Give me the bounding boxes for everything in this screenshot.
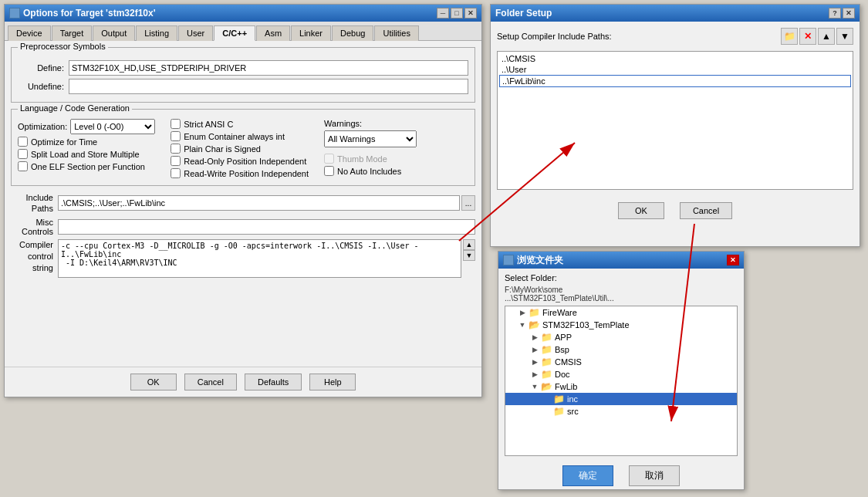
- tab-linker[interactable]: Linker: [291, 25, 331, 41]
- tree-item-doc[interactable]: ▶ 📁 Doc: [505, 368, 737, 380]
- read-write-checkbox[interactable]: [171, 168, 181, 178]
- folder-setup-titlebar: Folder Setup ? ✕: [491, 5, 860, 22]
- optimization-select[interactable]: Level 0 (-O0) Level 1 (-O1) Level 2 (-O2…: [70, 119, 155, 134]
- strict-ansi-label: Strict ANSI C: [184, 120, 233, 129]
- tree-item-src[interactable]: 📁 src: [505, 405, 737, 418]
- enum-container-checkbox[interactable]: [171, 131, 181, 141]
- setup-paths-list[interactable]: ..\CMSIS ..\User ..\FwLib\inc: [497, 51, 853, 190]
- thumb-mode-checkbox[interactable]: [324, 154, 334, 164]
- tree-toggle-cmsis[interactable]: ▶: [530, 357, 539, 367]
- tree-item-fwlib[interactable]: ▼ 📂 FwLib: [505, 380, 737, 393]
- tree-item-app[interactable]: ▶ 📁 APP: [505, 331, 737, 343]
- folder-icon-cmsis: 📁: [541, 357, 552, 367]
- close-button[interactable]: ✕: [464, 8, 477, 19]
- tree-toggle-app[interactable]: ▶: [530, 333, 539, 342]
- tree-item-template[interactable]: ▼ 📂 STM32F103_TemPlate: [505, 319, 737, 331]
- warnings-select[interactable]: All Warnings No Warnings: [324, 130, 417, 147]
- misc-input[interactable]: [58, 219, 475, 235]
- folder-setup-ok-button[interactable]: OK: [618, 202, 664, 219]
- setup-toolbar: 📁 ✕ ▲ ▼: [781, 28, 853, 45]
- tree-toggle-fwlib[interactable]: ▼: [530, 382, 539, 391]
- tab-cpp[interactable]: C/C++: [214, 25, 255, 41]
- tab-user[interactable]: User: [178, 25, 213, 41]
- include-browse-button[interactable]: ...: [461, 195, 475, 211]
- one-elf-checkbox[interactable]: [18, 161, 28, 171]
- setup-path-item-cmsis[interactable]: ..\CMSIS: [499, 53, 851, 64]
- tab-output[interactable]: Output: [93, 25, 135, 41]
- undefine-row: Undefine:: [18, 79, 468, 94]
- setup-path-item-user[interactable]: ..\User: [499, 64, 851, 75]
- tab-debug[interactable]: Debug: [332, 25, 373, 41]
- delete-path-button[interactable]: ✕: [799, 28, 816, 45]
- read-only-row: Read-Only Position Independent: [171, 156, 309, 166]
- folder-icon-doc: 📁: [541, 369, 552, 380]
- browse-confirm-button[interactable]: 确定: [562, 465, 613, 486]
- optimize-time-checkbox[interactable]: [18, 137, 28, 147]
- setup-header-row: Setup Compiler Include Paths: 📁 ✕ ▲ ▼: [497, 28, 853, 48]
- scroll-up-button[interactable]: ▲: [463, 239, 475, 250]
- tree-toggle-src[interactable]: [542, 407, 552, 416]
- tree-toggle-inc[interactable]: [542, 394, 552, 404]
- minimize-button[interactable]: ─: [437, 8, 449, 19]
- tree-toggle-doc[interactable]: ▶: [530, 370, 539, 379]
- folder-icon-fwlib: 📂: [541, 381, 552, 392]
- read-write-label: Read-Write Position Independent: [184, 169, 309, 178]
- strict-ansi-checkbox[interactable]: [171, 119, 181, 129]
- options-titlebar: Options for Target 'stm32f10x' ─ □ ✕: [5, 5, 481, 22]
- tree-item-inc[interactable]: 📁 inc: [505, 393, 737, 405]
- tree-toggle-firmware[interactable]: ▶: [518, 308, 527, 317]
- setup-path-item-fwlib[interactable]: ..\FwLib\inc: [499, 75, 851, 87]
- browse-titlebar-buttons[interactable]: ✕: [727, 255, 739, 265]
- tree-label-doc: Doc: [555, 370, 570, 379]
- tree-item-firmware[interactable]: ▶ 📁 FireWare: [505, 306, 737, 319]
- thumb-mode-label: Thumb Mode: [337, 154, 387, 164]
- folder-setup-titlebar-buttons[interactable]: ? ✕: [829, 8, 855, 19]
- folder-setup-close-button[interactable]: ✕: [843, 8, 855, 19]
- cancel-button[interactable]: Cancel: [184, 374, 237, 390]
- no-auto-includes-label: No Auto Includes: [337, 167, 401, 176]
- defaults-button[interactable]: Defaults: [245, 374, 302, 390]
- folder-icon-inc: 📁: [553, 394, 565, 404]
- tree-item-bsp[interactable]: ▶ 📁 Bsp: [505, 343, 737, 356]
- browse-cancel-button[interactable]: 取消: [629, 465, 680, 486]
- folder-setup-cancel-button[interactable]: Cancel: [680, 202, 732, 219]
- folder-icon-src: 📁: [553, 406, 565, 417]
- undefine-input[interactable]: [69, 79, 468, 94]
- compiler-textarea[interactable]: -c --cpu Cortex-M3 -D__MICROLIB -g -O0 -…: [58, 239, 461, 278]
- tab-asm[interactable]: Asm: [256, 25, 290, 41]
- compiler-label: Compilercontrolstring: [11, 239, 53, 275]
- plain-char-checkbox[interactable]: [171, 144, 181, 154]
- scroll-down-button[interactable]: ▼: [463, 250, 475, 261]
- browse-path: F:\MyWork\some...\STM32F103_TemPlate\Uti…: [505, 286, 738, 303]
- help-button[interactable]: Help: [309, 374, 356, 390]
- optimize-time-row: Optimize for Time: [18, 137, 155, 147]
- tab-target[interactable]: Target: [52, 25, 93, 41]
- move-path-up-button[interactable]: ▲: [818, 28, 835, 45]
- define-input[interactable]: [69, 60, 468, 76]
- no-auto-includes-checkbox[interactable]: [324, 166, 334, 176]
- maximize-button[interactable]: □: [451, 8, 463, 19]
- read-only-checkbox[interactable]: [171, 156, 181, 166]
- move-path-down-button[interactable]: ▼: [836, 28, 853, 45]
- tree-toggle-bsp[interactable]: ▶: [530, 345, 539, 354]
- folder-tree[interactable]: ▶ 📁 FireWare ▼ 📂 STM32F103_TemPlate ▶ 📁 …: [505, 306, 738, 456]
- tree-toggle-template[interactable]: ▼: [518, 320, 527, 330]
- tree-label-bsp: Bsp: [555, 345, 569, 354]
- tree-item-cmsis[interactable]: ▶ 📁 CMSIS: [505, 356, 737, 368]
- tree-label-src: src: [567, 407, 579, 416]
- include-paths-input[interactable]: [58, 195, 460, 211]
- ok-button[interactable]: OK: [130, 374, 177, 390]
- undefine-label: Undefine:: [18, 82, 64, 91]
- browse-close-button[interactable]: ✕: [727, 255, 739, 265]
- language-group: Language / Code Generation Optimization:…: [11, 109, 475, 186]
- tab-device[interactable]: Device: [8, 25, 51, 41]
- tab-listing[interactable]: Listing: [136, 25, 177, 41]
- optimization-section: Optimization: Level 0 (-O0) Level 1 (-O1…: [18, 119, 155, 174]
- folder-setup-help-button[interactable]: ?: [829, 8, 841, 19]
- new-folder-button[interactable]: 📁: [781, 28, 798, 45]
- read-only-label: Read-Only Position Independent: [184, 157, 306, 166]
- one-elf-label: One ELF Section per Function: [31, 162, 145, 171]
- split-load-checkbox[interactable]: [18, 149, 28, 159]
- tab-utilities[interactable]: Utilities: [374, 25, 418, 41]
- titlebar-buttons[interactable]: ─ □ ✕: [437, 8, 477, 19]
